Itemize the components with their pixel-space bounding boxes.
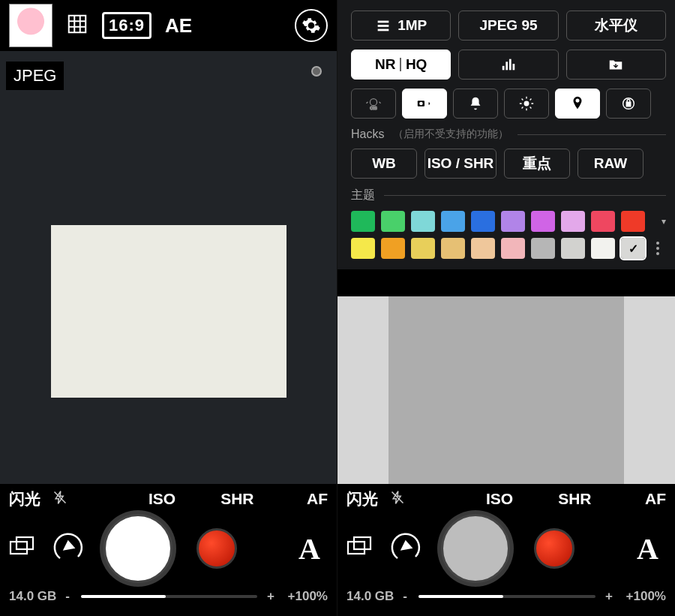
theme-swatch-row1: ▾ <box>351 211 666 232</box>
svg-rect-2 <box>378 21 389 23</box>
theme-swatch[interactable] <box>441 211 465 232</box>
theme-swatch[interactable] <box>471 211 495 232</box>
format-badge: JPEG <box>6 62 64 90</box>
hack-raw-button[interactable]: RAW <box>578 149 644 179</box>
location-button[interactable] <box>555 89 600 119</box>
flash-label[interactable]: 闪光 <box>9 488 52 509</box>
shutter-speed-button[interactable]: SHR <box>220 490 254 508</box>
zoom-in-button[interactable]: + <box>265 589 277 604</box>
svg-point-9 <box>370 99 376 106</box>
theme-swatch[interactable] <box>411 238 435 259</box>
jpeg-quality-button[interactable]: JPEG 95 <box>458 11 558 41</box>
display-mode-icon[interactable] <box>9 536 34 561</box>
zoom-out-button[interactable]: - <box>399 589 411 604</box>
theme-swatch[interactable] <box>351 211 375 232</box>
flash-off-icon[interactable] <box>52 490 68 509</box>
mode-auto-button[interactable]: A <box>298 531 320 566</box>
settings-gear-icon[interactable] <box>295 9 328 42</box>
theme-swatch[interactable] <box>621 238 645 259</box>
shutter-sound-button[interactable] <box>402 89 447 119</box>
svg-point-13 <box>524 101 529 106</box>
svg-rect-16 <box>348 542 364 554</box>
self-timer-icon[interactable] <box>388 531 423 566</box>
ois-button[interactable]: OIS <box>351 89 396 119</box>
svg-rect-5 <box>502 66 505 71</box>
theme-swatch[interactable] <box>561 238 585 259</box>
save-folder-button[interactable] <box>566 50 666 80</box>
storage-remaining: 14.0 GB <box>346 589 399 604</box>
gallery-thumbnail[interactable] <box>9 4 52 47</box>
theme-swatch[interactable] <box>501 238 525 259</box>
theme-swatch[interactable] <box>591 211 615 232</box>
theme-swatch[interactable] <box>381 238 405 259</box>
chevron-down-icon[interactable]: ▾ <box>662 216 666 227</box>
svg-rect-15 <box>626 102 631 107</box>
brightness-button[interactable] <box>504 89 549 119</box>
record-button[interactable] <box>196 528 237 569</box>
iso-button[interactable]: ISO <box>148 490 176 508</box>
theme-swatch[interactable] <box>351 238 375 259</box>
hacks-hint: （启用不受支持的功能） <box>393 128 508 141</box>
theme-swatch[interactable] <box>591 238 615 259</box>
zoom-value: +100% <box>277 589 328 604</box>
camera-viewport[interactable]: JPEG <box>0 51 337 484</box>
zoom-slider[interactable] <box>81 595 257 598</box>
settings-panel: 1MP JPEG 95 水平仪 NRHQ OIS <box>338 0 675 269</box>
svg-text:OIS: OIS <box>370 106 377 110</box>
resolution-label: 1MP <box>398 17 427 34</box>
theme-swatch[interactable] <box>501 211 525 232</box>
theme-swatch[interactable] <box>561 211 585 232</box>
histogram-button[interactable] <box>458 50 558 80</box>
shutter-button[interactable] <box>441 514 510 583</box>
svg-rect-1 <box>16 537 33 549</box>
svg-rect-8 <box>512 64 514 70</box>
aspect-ratio-button[interactable]: 16:9 <box>102 12 152 39</box>
hack-focus-button[interactable]: 重点 <box>504 149 570 179</box>
svg-rect-3 <box>378 25 389 27</box>
storage-remaining: 14.0 GB <box>9 589 62 604</box>
rotation-lock-button[interactable] <box>606 89 651 119</box>
theme-swatch[interactable] <box>531 238 555 259</box>
zoom-slider[interactable] <box>418 595 596 598</box>
preview-frame <box>51 225 286 398</box>
zoom-out-button[interactable]: - <box>62 589 74 604</box>
record-button[interactable] <box>534 528 574 569</box>
flash-off-icon[interactable] <box>390 490 405 509</box>
theme-swatch[interactable] <box>621 211 645 232</box>
ae-button[interactable]: AE <box>165 14 192 38</box>
theme-swatch[interactable] <box>531 211 555 232</box>
focus-indicator-icon <box>311 66 322 77</box>
preview-frame <box>388 296 624 484</box>
camera-viewport[interactable] <box>338 296 675 484</box>
svg-rect-7 <box>509 59 512 71</box>
autofocus-button[interactable]: AF <box>645 490 666 508</box>
svg-rect-0 <box>10 542 27 554</box>
svg-rect-6 <box>506 62 508 70</box>
grid-icon[interactable] <box>66 13 88 38</box>
hack-iso-shr-button[interactable]: ISO / SHR <box>424 149 496 179</box>
autofocus-button[interactable]: AF <box>307 490 328 508</box>
svg-rect-4 <box>378 29 389 32</box>
shutter-speed-button[interactable]: SHR <box>558 490 591 508</box>
zoom-in-button[interactable]: + <box>603 589 615 604</box>
flash-label[interactable]: 闪光 <box>346 488 390 509</box>
iso-button[interactable]: ISO <box>486 490 513 508</box>
more-icon[interactable] <box>652 242 663 255</box>
theme-title: 主题 <box>351 188 375 203</box>
theme-swatch[interactable] <box>441 238 465 259</box>
display-mode-icon[interactable] <box>346 536 372 561</box>
theme-swatch[interactable] <box>471 238 495 259</box>
theme-swatch-row2 <box>351 238 666 259</box>
shutter-button[interactable] <box>104 514 172 583</box>
resolution-button[interactable]: 1MP <box>351 11 451 41</box>
theme-swatch[interactable] <box>411 211 435 232</box>
level-button[interactable]: 水平仪 <box>566 11 666 41</box>
hack-wb-button[interactable]: WB <box>351 149 417 179</box>
self-timer-icon[interactable] <box>51 531 86 566</box>
mode-auto-button[interactable]: A <box>637 531 658 566</box>
zoom-value: +100% <box>615 589 666 604</box>
nr-hq-button[interactable]: NRHQ <box>351 50 451 80</box>
hacks-title: Hacks <box>351 128 384 141</box>
notification-button[interactable] <box>453 89 498 119</box>
theme-swatch[interactable] <box>381 211 405 232</box>
